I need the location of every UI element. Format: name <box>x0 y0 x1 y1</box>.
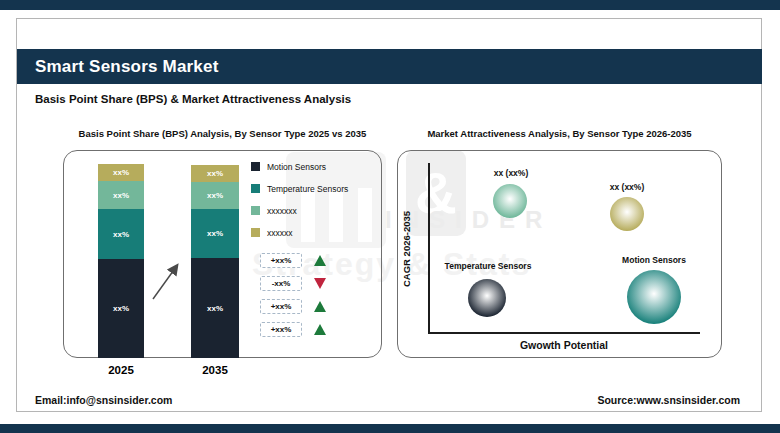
legend-swatch <box>251 206 260 215</box>
bubble-olive <box>610 197 644 231</box>
delta-row: +xx% <box>260 253 326 268</box>
bubble-green <box>493 184 527 218</box>
bubble-temperature-sensors <box>468 279 506 317</box>
delta-value-box: -xx% <box>260 276 302 291</box>
legend-label: Temperature Sensors <box>267 184 348 194</box>
bps-delta-list: +xx% -xx% +xx% +xx% <box>260 253 326 345</box>
upward-trend-arrow-icon <box>148 258 184 304</box>
stacked-bar-2025: xx% xx% xx% xx% <box>98 164 144 358</box>
bottom-accent-strip <box>0 424 780 433</box>
bps-legend: Motion Sensors Temperature Sensors xxxxx… <box>251 160 348 248</box>
legend-item: Temperature Sensors <box>251 182 348 195</box>
bubble-motion-sensors <box>627 270 681 324</box>
x-axis-line <box>428 332 700 334</box>
legend-label: Motion Sensors <box>267 162 326 172</box>
bar-segment: xx% <box>191 182 239 209</box>
legend-swatch <box>251 162 260 171</box>
trend-down-triangle-icon <box>314 278 326 289</box>
bubble-label-temperature-sensors: Temperature Sensors <box>428 261 548 271</box>
attractiveness-chart-title: Market Attractiveness Analysis, By Senso… <box>397 128 722 139</box>
y-axis-line <box>428 163 430 334</box>
attractiveness-chart-panel <box>397 150 722 358</box>
legend-swatch <box>251 184 260 193</box>
bubble-label-motion-sensors: Motion Sensors <box>594 255 714 265</box>
delta-value-box: +xx% <box>260 299 302 314</box>
legend-swatch <box>251 228 260 237</box>
page-title: Smart Sensors Market <box>17 49 762 84</box>
x-tick-2025: 2025 <box>91 364 151 376</box>
bar-segment: xx% <box>98 181 144 209</box>
trend-up-triangle-icon <box>314 301 326 312</box>
delta-row: -xx% <box>260 276 326 291</box>
infographic-canvas: & INSIDER Strategy & Stats Smart Sensors… <box>0 0 780 433</box>
legend-label: xxxxxx <box>267 228 293 238</box>
delta-row: +xx% <box>260 322 326 337</box>
header-title-bar: Smart Sensors Market <box>17 49 762 84</box>
x-axis-label: Gwowth Potential <box>428 339 700 351</box>
delta-value-box: +xx% <box>260 322 302 337</box>
top-accent-strip <box>0 0 780 10</box>
legend-item: xxxxxx <box>251 226 348 239</box>
footer-source: Source:www.snsinsider.com <box>440 394 740 406</box>
delta-row: +xx% <box>260 299 326 314</box>
bar-segment: xx% <box>191 165 239 182</box>
footer-email: Email:info@snsinsider.com <box>35 394 172 406</box>
bar-segment: xx% <box>98 209 144 259</box>
stacked-bar-2035: xx% xx% xx% xx% <box>191 165 239 358</box>
page-subtitle: Basis Point Share (BPS) & Market Attract… <box>35 93 351 105</box>
bps-chart-title: Basis Point Share (BPS) Analysis, By Sen… <box>63 128 382 139</box>
bubble-label: xx (xx%) <box>471 168 551 178</box>
bar-segment: xx% <box>98 259 144 358</box>
legend-item: xxxxxxx <box>251 204 348 217</box>
delta-value-box: +xx% <box>260 253 302 268</box>
legend-label: xxxxxxx <box>267 206 297 216</box>
bubble-label: xx (xx%) <box>587 182 667 192</box>
trend-up-triangle-icon <box>314 324 326 335</box>
bar-segment: xx% <box>191 209 239 258</box>
bar-segment: xx% <box>98 164 144 181</box>
y-axis-label: CAGR 2026-2035 <box>401 190 415 308</box>
x-tick-2035: 2035 <box>185 364 245 376</box>
trend-up-triangle-icon <box>314 255 326 266</box>
bar-segment: xx% <box>191 258 239 358</box>
legend-item: Motion Sensors <box>251 160 348 173</box>
